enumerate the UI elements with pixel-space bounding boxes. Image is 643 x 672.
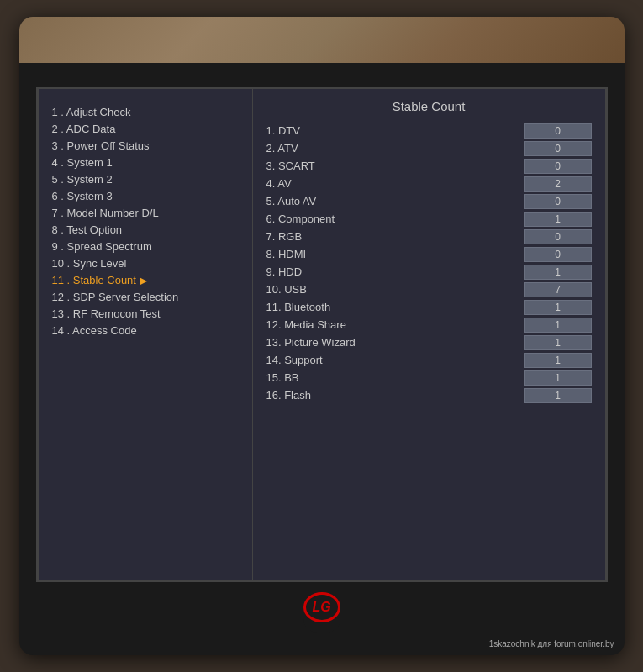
stable-row-8: 8. HDMI 0 (266, 247, 592, 262)
menu-item-9[interactable]: 9 . Spread Spectrum (52, 239, 239, 255)
menu-item-3[interactable]: 3 . Power Off Status (52, 138, 239, 155)
menu-item-13[interactable]: 13 . RF Remocon Test (52, 306, 239, 323)
stable-label: 13. Picture Wizard (266, 336, 524, 349)
menu-item-label: 4 . System 1 (52, 156, 113, 169)
stable-row-4: 4. AV 2 (266, 176, 592, 192)
stable-label: 14. Support (266, 354, 524, 366)
menu-item-label: 9 . Spread Spectrum (52, 240, 152, 253)
stable-value: 0 (524, 194, 592, 209)
stable-value: 0 (524, 229, 592, 244)
menu-item-6[interactable]: 6 . System 3 (52, 188, 239, 205)
menu-item-label: 11 . Stable Count (52, 274, 136, 286)
stable-value: 0 (524, 159, 592, 174)
stable-row-13: 13. Picture Wizard 1 (266, 335, 592, 350)
menu-item-label: 1 . Adjust Check (52, 106, 131, 118)
stable-label: 7. RGB (266, 230, 524, 243)
stable-row-14: 14. Support 1 (266, 353, 592, 368)
stable-row-16: 16. Flash 1 (266, 388, 592, 403)
arrow-icon: ▶ (140, 275, 147, 286)
stable-value: 7 (524, 282, 592, 297)
stable-value: 0 (524, 123, 592, 139)
stable-row-10: 10. USB 7 (266, 282, 592, 297)
stable-label: 2. ATV (266, 142, 524, 155)
stable-value: 1 (524, 370, 592, 386)
stable-value: 1 (524, 265, 592, 280)
stable-row-9: 9. HDD 1 (266, 265, 592, 280)
tv-screen: 1 . Adjust Check2 . ADC Data3 . Power Of… (36, 87, 608, 582)
menu-item-10[interactable]: 10 . Sync Level (52, 255, 239, 272)
menu-item-label: 5 . System 2 (52, 173, 113, 186)
menu-item-4[interactable]: 4 . System 1 (52, 155, 239, 171)
menu-item-12[interactable]: 12 . SDP Server Selection (52, 289, 239, 306)
stable-row-7: 7. RGB 0 (266, 229, 592, 244)
screen-content: 1 . Adjust Check2 . ADC Data3 . Power Of… (39, 89, 605, 580)
menu-item-label: 12 . SDP Server Selection (52, 291, 179, 303)
tv-bottom-bar: LG (303, 582, 340, 633)
menu-item-label: 13 . RF Remocon Test (52, 307, 161, 320)
menu-item-label: 6 . System 3 (52, 190, 113, 202)
menu-item-label: 3 . Power Off Status (52, 139, 150, 152)
menu-item-8[interactable]: 8 . Test Option (52, 222, 239, 239)
lg-logo: LG (303, 592, 340, 622)
stable-value: 1 (524, 318, 592, 333)
stable-label: 1. DTV (266, 124, 524, 137)
stable-value: 1 (524, 300, 592, 315)
stable-count-table: 1. DTV 0 2. ATV 0 3. SCART 0 4. AV 2 5. … (266, 123, 592, 403)
stable-label: 9. HDD (266, 265, 524, 278)
stable-row-6: 6. Component 1 (266, 212, 592, 227)
menu-item-5[interactable]: 5 . System 2 (52, 171, 239, 188)
stable-label: 15. BB (266, 371, 524, 384)
stable-value: 1 (524, 353, 592, 368)
stable-value: 1 (524, 335, 592, 350)
tv-unit: 1 . Adjust Check2 . ADC Data3 . Power Of… (19, 17, 625, 655)
stable-label: 4. AV (266, 177, 524, 190)
stable-value: 0 (524, 247, 592, 262)
stable-row-2: 2. ATV 0 (266, 141, 592, 156)
stable-label: 3. SCART (266, 160, 524, 172)
stable-label: 5. Auto AV (266, 195, 524, 207)
menu-item-label: 10 . Sync Level (52, 257, 127, 270)
stable-value: 2 (524, 176, 592, 192)
stable-value: 1 (524, 388, 592, 403)
stable-label: 6. Component (266, 213, 524, 225)
stable-row-3: 3. SCART 0 (266, 159, 592, 174)
tv-decoration (19, 17, 625, 63)
stable-row-11: 11. Bluetooth 1 (266, 300, 592, 315)
stable-row-1: 1. DTV 0 (266, 123, 592, 139)
stable-label: 12. Media Share (266, 318, 524, 331)
menu-item-label: 7 . Model Number D/L (52, 207, 159, 219)
stable-value: 0 (524, 141, 592, 156)
stable-row-5: 5. Auto AV 0 (266, 194, 592, 209)
menu-item-label: 8 . Test Option (52, 223, 123, 236)
stable-label: 8. HDMI (266, 248, 524, 260)
stable-value: 1 (524, 212, 592, 227)
stable-label: 16. Flash (266, 389, 524, 402)
right-panel: Stable Count 1. DTV 0 2. ATV 0 3. SCART … (253, 89, 605, 580)
menu-item-2[interactable]: 2 . ADC Data (52, 121, 239, 138)
menu-item-label: 2 . ADC Data (52, 123, 116, 135)
menu-item-1[interactable]: 1 . Adjust Check (52, 104, 239, 121)
watermark-text: 1skazochnik для forum.onliner.by (489, 639, 614, 648)
menu-item-7[interactable]: 7 . Model Number D/L (52, 205, 239, 222)
stable-count-header: Stable Count (266, 99, 592, 113)
stable-label: 10. USB (266, 283, 524, 296)
menu-item-11[interactable]: 11 . Stable Count▶ (52, 272, 239, 289)
stable-label: 11. Bluetooth (266, 301, 524, 313)
left-panel: 1 . Adjust Check2 . ADC Data3 . Power Of… (39, 89, 253, 580)
menu-item-14[interactable]: 14 . Access Code (52, 323, 239, 339)
stable-row-12: 12. Media Share 1 (266, 318, 592, 333)
stable-row-15: 15. BB 1 (266, 370, 592, 386)
menu-item-label: 14 . Access Code (52, 324, 137, 337)
